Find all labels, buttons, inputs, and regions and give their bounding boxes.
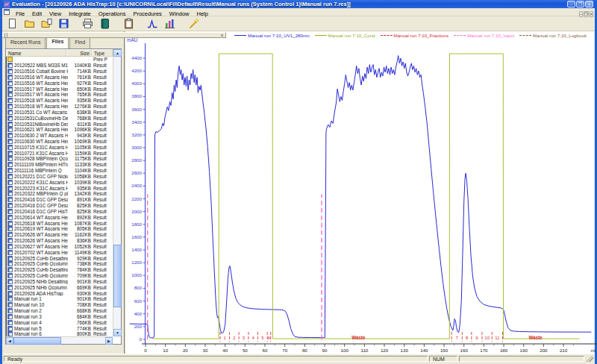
- file-row[interactable]: 20111116 MBPIntein Q1104KBResult: [6, 168, 113, 174]
- file-row[interactable]: 20110518 WT Ascaris Hemoglobin...935KBRe…: [6, 98, 113, 104]
- tab-recent-runs[interactable]: Recent Runs: [5, 37, 46, 48]
- file-row[interactable]: 20120223 K31C Ascaris Hemoglob...935KBRe…: [6, 185, 113, 191]
- drag-grip[interactable]: [4, 33, 9, 37]
- new-button[interactable]: [4, 17, 19, 30]
- file-row[interactable]: 20110517 WT Ascaris Hemoglobin...765KBRe…: [6, 92, 113, 98]
- file-row[interactable]: Manual run 1901KBResult: [6, 296, 113, 302]
- column-header-name[interactable]: Name: [6, 49, 66, 56]
- file-row[interactable]: 20120416 D1C GFP Desalt 25mMT...891KBRes…: [6, 197, 113, 203]
- open-button[interactable]: [22, 17, 37, 30]
- horizontal-scroll-thumb[interactable]: [13, 337, 61, 345]
- file-row[interactable]: 20110517 WT Ascaris Hemoglobin...650KBRe…: [6, 86, 113, 92]
- menu-edit[interactable]: Edit: [28, 10, 46, 17]
- file-row[interactable]: 20110531NiBovineHb Desalt611KBResult: [6, 121, 113, 127]
- print-button[interactable]: [80, 17, 95, 30]
- file-row[interactable]: 20120222 K31C Ascaris Hemoglob...1039KBR…: [6, 179, 113, 185]
- report-button[interactable]: [97, 17, 112, 30]
- chromatogram-plot[interactable]: mAU0200400600800100012001400160018002000…: [125, 31, 597, 354]
- column-header-type[interactable]: Type: [92, 49, 113, 56]
- menu-operations[interactable]: Operations: [95, 10, 130, 17]
- horizontal-scrollbar[interactable]: ◀ ▶: [6, 336, 113, 344]
- file-row[interactable]: Manual run 5774KBResult: [6, 325, 113, 331]
- menu-help[interactable]: Help: [193, 10, 212, 17]
- resize-grip[interactable]: [586, 356, 593, 362]
- scroll-right-arrow[interactable]: ▶: [105, 337, 113, 345]
- file-row[interactable]: 20120416 D1C GFP HisTrap825KBResult: [6, 209, 113, 215]
- file-row[interactable]: 20110531 Co WT Ascaris Hb638KBResult: [6, 109, 113, 115]
- mdi-close-button[interactable]: ×: [590, 11, 593, 17]
- file-row[interactable]: Manual run 3684KBResult: [6, 313, 113, 319]
- file-row[interactable]: 20120221 D1C GFP NickelColumn1058KBResul…: [6, 174, 113, 180]
- file-row[interactable]: 20120925 CoHb Qcolumn738KBResult: [6, 261, 113, 267]
- vertical-scrollbar[interactable]: ▲ ▼: [113, 49, 121, 336]
- column-header-size[interactable]: Size: [66, 49, 92, 56]
- scroll-down-arrow[interactable]: ▼: [113, 329, 122, 336]
- file-row[interactable]: 20110621 WT Ascaris Hemoglobin...1096KBR…: [6, 127, 113, 133]
- file-row[interactable]: 20120627 WT Ascaris Hemoglobin...1052KBR…: [6, 244, 113, 250]
- file-row[interactable]: 20120322 MBPIntein Q pH91342KBResult: [6, 191, 113, 197]
- file-row[interactable]: 20110518 WT Ascaris Hemoglobin...1276KBR…: [6, 104, 113, 110]
- copy-button[interactable]: [121, 17, 136, 30]
- legend-item[interactable]: Manual run 7:10_Fractions: [381, 33, 449, 38]
- result-file-icon: [7, 110, 13, 115]
- file-row[interactable]: Manual run 2668KBResult: [6, 308, 113, 314]
- open-result-button[interactable]: [39, 17, 54, 30]
- mdi-minimize-button[interactable]: –: [579, 11, 583, 17]
- panel-close-icon[interactable]: x: [221, 33, 223, 37]
- minimize-button[interactable]: –: [567, 1, 575, 7]
- file-row[interactable]: 20120614 WT Ascaris Hemoglobin...892KBRe…: [6, 214, 113, 220]
- file-row[interactable]: 20110516 WT Ascaris Hemoglobin...761KBRe…: [6, 74, 113, 80]
- vertical-scroll-thumb[interactable]: [113, 245, 122, 308]
- file-row[interactable]: Manual run 6800KBResult: [6, 331, 113, 336]
- legend-item[interactable]: Manual run 7:10_Logbook: [519, 33, 587, 38]
- menu-procedures[interactable]: Procedures: [129, 10, 165, 17]
- file-row[interactable]: 20120702 WT Ascaris Hemoglobin...1149KBR…: [6, 249, 113, 255]
- file-row[interactable]: 20120522 MBS M33S M102S Asc...1040KBResu…: [6, 63, 113, 69]
- legend-item[interactable]: Manual run 7:10_Inject: [454, 33, 514, 38]
- file-row[interactable]: Manual run 10708KBResult: [6, 302, 113, 308]
- file-row[interactable]: 20110928 MBPIntein Qcolum1175KBResult: [6, 156, 113, 162]
- file-row[interactable]: 20110516 WT Ascaris Hemoglobin...927KBRe…: [6, 80, 113, 86]
- file-row[interactable]: 20120926 ADA HisTrap930KBResult: [6, 290, 113, 296]
- file-row[interactable]: Prev P: [6, 57, 113, 63]
- curve-cond: [152, 54, 579, 339]
- file-row[interactable]: 20120925 NiHb Qcolumn669KBResult: [6, 284, 113, 290]
- file-row[interactable]: 20120925 CuHb Desalting784KBResult: [6, 267, 113, 273]
- file-row[interactable]: 20120618 WT Ascaris Hemoglobin...1087KBR…: [6, 220, 113, 226]
- file-row[interactable]: 20111109 MBPIntein HiTrapQ1133KBResult: [6, 162, 113, 168]
- mdi-restore-button[interactable]: ❐: [584, 11, 589, 17]
- integrate-peak-icon: [147, 18, 158, 29]
- file-row[interactable]: 20120925 NiHb Desalting901KBResult: [6, 278, 113, 284]
- file-row[interactable]: 20120925 CoHb Desalting929KBResult: [6, 255, 113, 261]
- save-button[interactable]: [56, 17, 71, 30]
- chart-legend: Manual run 7:10_UV1_280nmManual run 7:10…: [234, 32, 587, 39]
- histogram-button[interactable]: [162, 17, 177, 30]
- file-size: 935KB: [68, 98, 93, 103]
- scroll-left-arrow[interactable]: ◀: [6, 337, 13, 345]
- file-row[interactable]: 20120626 WT Ascaris Hemoglobin...836KBRe…: [6, 238, 113, 244]
- y-tick-label: 1400: [131, 247, 142, 252]
- tab-files[interactable]: Files: [46, 37, 69, 48]
- file-row[interactable]: Manual run 4766KBResult: [6, 319, 113, 325]
- scroll-up-arrow[interactable]: ▲: [113, 49, 122, 57]
- file-row[interactable]: 20110531CuBovineHb Desalt768KBResult: [6, 115, 113, 121]
- tab-find[interactable]: Find: [69, 37, 90, 48]
- file-row[interactable]: 20120925 CuHb Qcolumn709KBResult: [6, 273, 113, 279]
- file-row[interactable]: 20120416 D1C GFP Desalt 50mMT...825KBRes…: [6, 203, 113, 209]
- menu-view[interactable]: View: [46, 10, 65, 17]
- file-row[interactable]: 20120619 WT Ascaris Hemoglobin...805KBRe…: [6, 226, 113, 232]
- file-row[interactable]: 20110630 WT Ascaris Hemoglobin...1069KBR…: [6, 139, 113, 145]
- clipboard-icon: [123, 18, 134, 29]
- file-row[interactable]: 20120626 WT Ascaris Hemoglobin...1162KBR…: [6, 232, 113, 238]
- file-row[interactable]: 20110721 K31C Ascaris Hemoglob...1159KBR…: [6, 150, 113, 156]
- file-row[interactable]: 20110715 K31C Ascaris Hemoglob...1105KBR…: [6, 144, 113, 150]
- legend-item[interactable]: Manual run 7:10_Cond: [315, 33, 375, 38]
- legend-item[interactable]: Manual run 7:10_UV1_280nm: [234, 33, 310, 38]
- file-row[interactable]: 20110516 Cobalt Bovine Hemoglo...714KBRe…: [6, 69, 113, 75]
- menu-window[interactable]: Window: [166, 10, 193, 17]
- menu-integrate[interactable]: Integrate: [65, 10, 95, 17]
- file-row[interactable]: 20110630 2 WT Ascaris Hemoglob...943KBRe…: [6, 133, 113, 139]
- integrate-button[interactable]: [145, 17, 160, 30]
- menu-file[interactable]: File: [12, 10, 28, 17]
- wand-button[interactable]: [186, 17, 201, 30]
